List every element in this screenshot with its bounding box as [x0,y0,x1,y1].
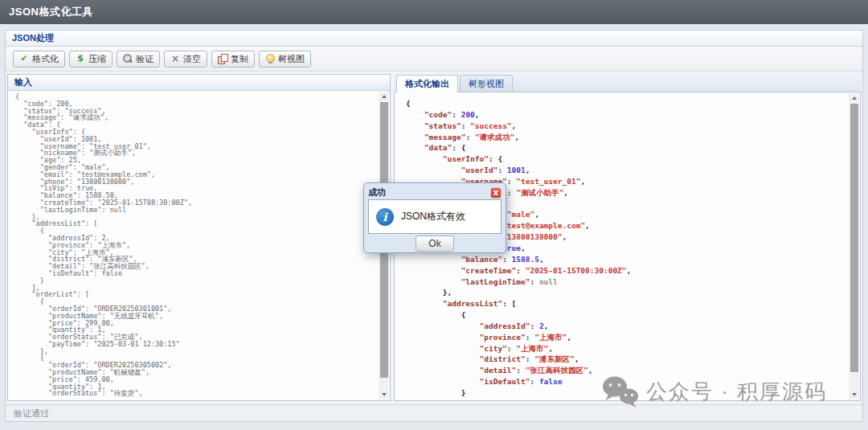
window-titlebar: JSON格式化工具 [0,0,868,24]
validate-button[interactable]: 验证 [117,51,160,68]
compress-icon: $ [76,54,85,63]
success-dialog: 成功 x i JSON格式有效 Ok [363,182,506,253]
button-label: 树视图 [278,53,305,65]
button-label: 验证 [136,53,154,65]
dialog-title: 成功 [368,186,490,199]
copy-icon [218,54,227,63]
button-label: 清空 [183,53,201,65]
dialog-footer: Ok [368,234,502,253]
input-panel: 输入 { "code": 200, "status": "success", "… [7,74,391,401]
window-title: JSON格式化工具 [9,6,93,18]
tab-tree-view[interactable]: 树形视图 [460,75,513,92]
button-label: 压缩 [88,53,106,65]
panel-header-label: JSON处理 [12,33,54,43]
dialog-close-icon[interactable]: x [490,187,502,199]
dialog-message: JSON格式有效 [401,210,465,223]
scroll-down-icon[interactable] [849,390,859,399]
output-scrollbar[interactable] [849,93,859,399]
bulb-icon [265,54,275,63]
input-panel-body: { "code": 200, "status": "success", "mes… [8,91,390,400]
scrollbar-thumb[interactable] [850,104,858,372]
output-tabbar: 格式化输出 树形视图 [394,74,861,92]
button-label: 复制 [231,53,248,65]
toolbar: ✔格式化$压缩验证×清空复制树视图 [6,47,862,72]
scroll-down-icon[interactable] [379,390,389,399]
clear-button[interactable]: ×清空 [164,51,207,68]
ok-button[interactable]: Ok [416,235,454,252]
magnifier-icon [123,54,133,63]
dialog-titlebar: 成功 x [368,186,502,199]
info-icon: i [376,208,394,226]
input-panel-title: 输入 [14,77,32,87]
status-text: 验证通过 [14,408,49,418]
tab-formatted-output[interactable]: 格式化输出 [396,75,458,92]
tab-label: 树形视图 [469,79,504,88]
json-input[interactable]: { "code": 200, "status": "success", "mes… [15,93,377,400]
statusbar: 验证通过 [6,404,862,421]
clear-icon: × [170,54,180,63]
treeview-button[interactable]: 树视图 [259,51,311,68]
button-label: 格式化 [32,53,59,65]
compress-button[interactable]: $压缩 [69,51,113,68]
check-icon: ✔ [19,54,29,63]
scroll-up-icon[interactable] [379,92,389,101]
copy-button[interactable]: 复制 [211,51,255,68]
json-formatter-app: { "window": { "title": "JSON格式化工具" }, "p… [0,0,868,430]
scroll-up-icon[interactable] [849,93,859,103]
tab-label: 格式化输出 [405,79,449,88]
format-button[interactable]: ✔格式化 [13,51,65,68]
panel-header: JSON处理 [6,31,862,47]
dialog-body: i JSON格式有效 [368,199,502,234]
input-panel-header: 输入 [8,75,390,91]
